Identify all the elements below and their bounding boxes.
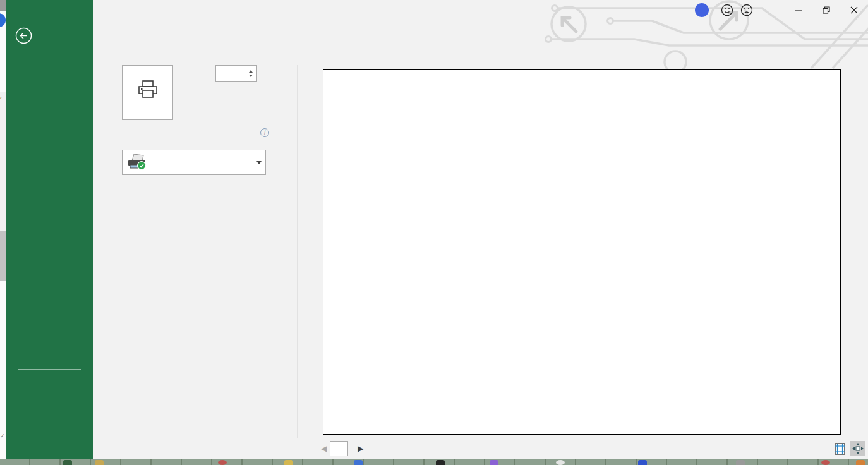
- back-button[interactable]: [15, 27, 32, 44]
- background-window-titlebar: [0, 0, 6, 11]
- info-icon[interactable]: i: [260, 128, 269, 137]
- close-button[interactable]: [840, 0, 868, 20]
- avatar[interactable]: [695, 3, 709, 17]
- printer-device-icon: [123, 153, 152, 172]
- restore-button[interactable]: [812, 0, 840, 20]
- background-window-scrollbar: [0, 231, 6, 281]
- print-preview-page: [323, 69, 841, 435]
- previous-page-icon[interactable]: ◀: [318, 444, 330, 453]
- frowny-icon[interactable]: [740, 3, 754, 17]
- background-window-favicon: [0, 13, 6, 27]
- backstage-sidebar: [6, 0, 93, 459]
- print-button[interactable]: [122, 65, 173, 120]
- chevron-down-icon: [253, 161, 265, 164]
- panel-divider: [297, 65, 298, 438]
- print-backstage-panel: i: [93, 0, 297, 459]
- titlebar-controls: [689, 0, 868, 20]
- minimize-button[interactable]: [785, 0, 812, 20]
- next-page-icon[interactable]: ▶: [354, 444, 366, 453]
- copies-spinner: [215, 65, 257, 82]
- show-margins-button[interactable]: [832, 441, 847, 456]
- sidebar-divider: [18, 131, 81, 131]
- printer-icon: [136, 80, 159, 101]
- copies-input[interactable]: [216, 69, 246, 78]
- preview-zoom-tools: [832, 441, 865, 456]
- preview-page-navigation: ◀ ▶: [318, 441, 366, 456]
- printer-selector[interactable]: [122, 150, 266, 175]
- spinner-arrows-icon[interactable]: [246, 70, 256, 77]
- background-window-edge: ‹ ✓: [0, 0, 6, 465]
- sidebar-divider: [18, 369, 81, 370]
- zoom-to-page-button[interactable]: [850, 441, 865, 456]
- smiley-icon[interactable]: [720, 3, 734, 17]
- windows-taskbar[interactable]: [0, 459, 868, 465]
- page-number-input[interactable]: [330, 441, 348, 456]
